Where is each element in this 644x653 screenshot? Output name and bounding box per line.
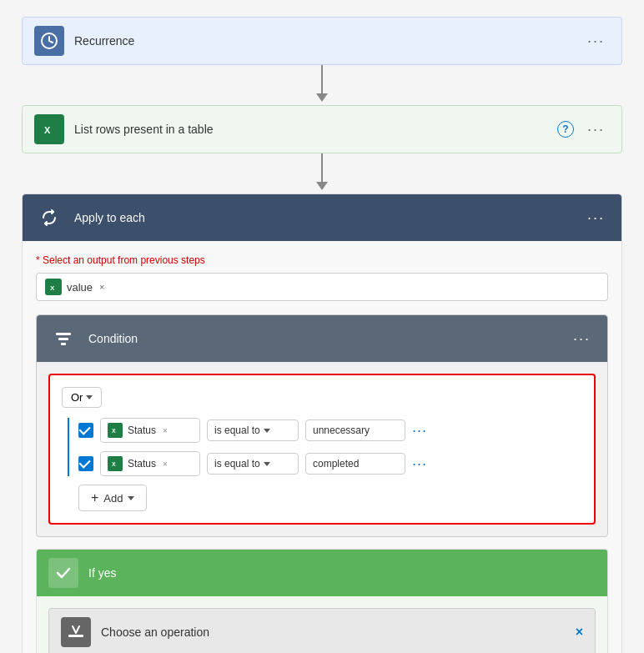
arrow-head-2 [316, 182, 328, 190]
rule-2-operator-text: is equal to [214, 458, 260, 470]
svg-rect-12 [68, 635, 83, 637]
listrows-title: List rows present in a table [74, 123, 557, 136]
recurrence-icon [34, 26, 64, 56]
recurrence-title: Recurrence [74, 34, 582, 48]
flow-container: Recurrence ··· X List rows present in a … [22, 17, 622, 653]
condition-body: Or [37, 362, 607, 536]
choose-op-close-button[interactable]: × [576, 625, 583, 640]
rules-area: Or [48, 374, 596, 525]
or-button[interactable]: Or [62, 387, 102, 408]
v-line [68, 418, 69, 476]
apply-each-more-button[interactable]: ··· [582, 208, 610, 229]
arrow-2 [316, 153, 328, 193]
rule-2-operator[interactable]: is equal to [207, 453, 299, 475]
help-icon[interactable]: ? [557, 121, 574, 138]
select-output-label: * Select an output from previous steps [36, 254, 608, 266]
svg-rect-5 [56, 333, 71, 335]
rule-1-checkbox[interactable] [78, 423, 93, 438]
rule-2-value: completed [305, 453, 405, 475]
ifyes-body: Choose an operation × [37, 596, 607, 653]
add-chevron-icon [128, 496, 134, 500]
rule-1-excel-icon: X [108, 423, 123, 438]
apply-each-container: Apply to each ··· * Select an output fro… [22, 193, 622, 653]
svg-text:X: X [112, 461, 116, 467]
condition-title: Condition [88, 332, 568, 345]
rule-1-operator-text: is equal to [214, 424, 260, 436]
ifyes-container: If yes Choose an operation × [36, 549, 608, 653]
apply-each-title: Apply to each [74, 211, 582, 224]
svg-rect-6 [58, 338, 68, 340]
rule-1-more-button[interactable]: ··· [412, 422, 427, 440]
recurrence-actions: ··· [582, 31, 610, 52]
apply-each-body: * Select an output from previous steps X… [23, 241, 621, 653]
or-label: Or [71, 391, 83, 404]
rule-2-excel-icon: X [108, 456, 123, 471]
value-tag-close-button[interactable]: × [99, 282, 104, 292]
rule-1-field: X Status × [100, 418, 200, 443]
rule-2-field-text: Status [128, 458, 156, 470]
rule-2-checkbox[interactable] [78, 456, 93, 471]
arrow-line-1 [321, 65, 323, 93]
value-tag-text: value [67, 281, 93, 294]
rule-2-field-close[interactable]: × [163, 460, 168, 469]
rule-row-2: X Status × is equal to [62, 451, 582, 476]
condition-header: Condition ··· [37, 315, 607, 362]
rule-1-value: unnecessary [305, 419, 405, 441]
choose-op-title: Choose an operation [101, 625, 576, 639]
value-excel-icon: X [45, 279, 62, 295]
value-tag-row: X value × [36, 273, 608, 301]
add-button[interactable]: + Add [78, 485, 147, 511]
choose-op-card: Choose an operation × [48, 608, 596, 653]
condition-icon [48, 324, 78, 354]
svg-text:X: X [50, 284, 55, 292]
condition-more-button[interactable]: ··· [568, 329, 596, 349]
arrow-line-2 [321, 153, 323, 182]
recurrence-more-button[interactable]: ··· [582, 31, 610, 52]
listrows-actions: ? ··· [557, 119, 610, 140]
rule-2-operator-chevron [264, 462, 270, 466]
excel-icon: X [34, 114, 64, 144]
rule-2-more-button[interactable]: ··· [412, 455, 427, 473]
rule-1-operator[interactable]: is equal to [207, 419, 299, 441]
ifyes-icon [48, 558, 78, 588]
listrows-card: X List rows present in a table ? ··· [22, 105, 622, 153]
choose-op-icon [61, 617, 91, 647]
ifyes-header: If yes [37, 550, 607, 596]
svg-text:X: X [112, 428, 116, 434]
or-dropdown: Or [62, 387, 582, 408]
arrow-1 [316, 65, 328, 105]
ifyes-title: If yes [88, 566, 596, 580]
rule-1-operator-chevron [264, 429, 270, 433]
or-chevron-icon [86, 395, 93, 399]
rule-2-field: X Status × [100, 451, 200, 476]
svg-text:X: X [44, 125, 51, 135]
add-plus-icon: + [91, 490, 98, 505]
arrow-head-1 [316, 93, 328, 102]
svg-rect-7 [61, 343, 66, 345]
rule-row-1: X Status × is equal to [62, 418, 582, 443]
rule-1-field-text: Status [128, 424, 156, 436]
apply-each-icon [34, 203, 64, 233]
condition-container: Condition ··· Or [36, 314, 608, 537]
listrows-more-button[interactable]: ··· [582, 119, 610, 140]
apply-each-header: Apply to each ··· [23, 194, 621, 241]
add-label: Add [103, 492, 123, 505]
recurrence-card: Recurrence ··· [22, 17, 622, 65]
rules-inner: X Status × is equal to [62, 418, 582, 476]
rule-1-field-close[interactable]: × [163, 426, 168, 435]
